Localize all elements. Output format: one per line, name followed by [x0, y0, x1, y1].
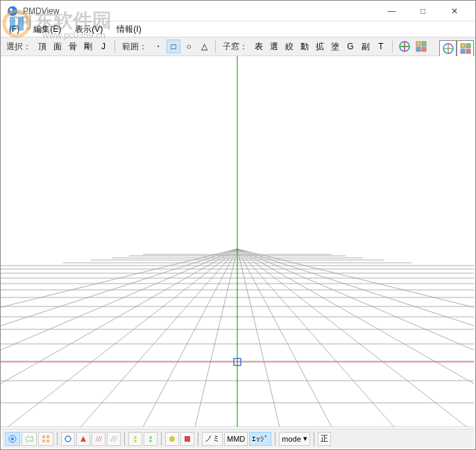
svg-rect-9	[422, 42, 426, 46]
svg-rect-18	[466, 49, 470, 53]
child-narrow-button[interactable]: 絞	[282, 40, 296, 53]
view-quad-icon[interactable]	[457, 40, 474, 57]
status-circle-solid-icon[interactable]	[165, 432, 179, 446]
status-circle-blue-icon[interactable]	[61, 432, 75, 446]
status-lines2-icon[interactable]	[107, 432, 121, 446]
view-controls-quad	[439, 40, 474, 57]
separator	[314, 432, 314, 446]
svg-point-69	[65, 436, 71, 442]
separator	[114, 40, 115, 53]
child-surface-button[interactable]: 表	[252, 40, 266, 53]
svg-line-55	[237, 249, 280, 427]
status-mmd-button[interactable]: MMD	[224, 432, 248, 446]
child-expand-button[interactable]: 拡	[313, 40, 327, 53]
status-mesh-icon[interactable]	[22, 432, 37, 446]
svg-point-78	[134, 440, 137, 442]
minimize-button[interactable]: —	[376, 1, 407, 21]
status-triangle-red-icon[interactable]	[76, 432, 90, 446]
status-target-icon[interactable]	[5, 432, 20, 446]
svg-point-4	[10, 8, 12, 11]
status-bone1-icon[interactable]	[128, 432, 142, 446]
svg-line-47	[1, 249, 237, 427]
svg-rect-67	[42, 440, 45, 442]
child-move-button[interactable]: 動	[298, 40, 312, 53]
window-title: PMDView	[23, 6, 376, 16]
view-gizmo-icon[interactable]	[439, 40, 457, 57]
toolbar: 選択： 頂 面 骨 剛 J 範囲： ・ □ ○ △ 子窓： 表 選 絞 動 拡 …	[1, 37, 475, 56]
svg-line-52	[80, 249, 237, 427]
titlebar: PMDView — □ ✕	[1, 1, 475, 21]
svg-rect-17	[461, 49, 465, 53]
statusbar: ノミ MMD ｴｯｼﾞ mode ▾ 正	[2, 429, 474, 448]
svg-point-81	[169, 436, 175, 442]
svg-line-75	[113, 436, 115, 442]
status-ortho-button[interactable]: 正	[318, 432, 331, 446]
menu-view[interactable]: 表示(V)	[69, 22, 108, 37]
svg-rect-82	[185, 436, 190, 442]
menu-edit[interactable]: 編集(E)	[28, 22, 67, 37]
svg-line-57	[237, 249, 394, 427]
child-t-button[interactable]: T	[374, 40, 388, 53]
viewport-3d[interactable]	[1, 56, 474, 427]
svg-line-60	[237, 249, 474, 427]
select-rigid-button[interactable]: 剛	[81, 40, 95, 53]
range-square-button[interactable]: □	[167, 40, 180, 53]
svg-line-62	[237, 249, 474, 427]
range-triangle-button[interactable]: △	[197, 40, 211, 53]
status-square-solid-icon[interactable]	[180, 432, 194, 446]
child-select-button[interactable]: 選	[267, 40, 281, 53]
grid-floor	[1, 56, 474, 427]
svg-point-77	[134, 436, 137, 439]
svg-line-49	[1, 249, 237, 427]
svg-rect-8	[416, 42, 420, 46]
status-edge-button[interactable]: ｴｯｼﾞ	[249, 432, 271, 446]
select-vertex-button[interactable]: 頂	[35, 40, 49, 53]
menu-info[interactable]: 情報(I)	[111, 22, 146, 37]
svg-point-3	[8, 6, 17, 16]
svg-line-72	[98, 436, 100, 442]
svg-line-48	[1, 249, 237, 427]
child-g-button[interactable]: G	[343, 40, 357, 53]
status-nomi-button[interactable]: ノミ	[202, 432, 223, 446]
menubar: (F) 編集(E) 表示(V) 情報(I)	[1, 21, 475, 37]
status-lines1-icon[interactable]	[92, 432, 105, 446]
svg-line-74	[111, 436, 113, 442]
separator	[198, 432, 198, 446]
svg-line-54	[195, 249, 237, 427]
separator	[161, 432, 162, 446]
child-copy-button[interactable]: 副	[359, 40, 373, 53]
range-dot-button[interactable]: ・	[151, 40, 165, 53]
select-label: 選択：	[3, 41, 34, 53]
app-icon	[6, 5, 19, 17]
gizmo-translate-icon[interactable]	[397, 40, 412, 53]
svg-rect-11	[422, 47, 426, 51]
separator	[124, 432, 125, 446]
svg-rect-10	[416, 47, 420, 51]
svg-line-61	[237, 249, 474, 427]
svg-line-50	[1, 249, 237, 427]
separator	[392, 40, 393, 53]
svg-line-73	[100, 436, 102, 442]
close-button[interactable]: ✕	[439, 1, 470, 21]
svg-rect-66	[46, 435, 49, 438]
child-paint-button[interactable]: 塗	[328, 40, 342, 53]
status-bone2-icon[interactable]	[144, 432, 158, 446]
separator	[215, 40, 216, 53]
svg-line-76	[115, 436, 117, 442]
select-joint-button[interactable]: J	[96, 40, 110, 53]
range-label: 範囲：	[119, 41, 150, 53]
select-bone-button[interactable]: 骨	[66, 40, 80, 53]
svg-rect-68	[46, 440, 49, 442]
select-face-button[interactable]: 面	[51, 40, 65, 53]
separator	[57, 432, 58, 446]
svg-rect-15	[461, 44, 465, 48]
range-circle-button[interactable]: ○	[182, 40, 196, 53]
menu-file[interactable]: (F)	[3, 23, 25, 35]
svg-point-80	[149, 440, 152, 442]
separator	[275, 432, 275, 446]
svg-rect-65	[42, 435, 45, 438]
gizmo-grid-icon[interactable]	[414, 40, 429, 53]
status-mode-button[interactable]: mode ▾	[279, 432, 310, 446]
maximize-button[interactable]: □	[407, 1, 439, 21]
status-grid-icon[interactable]	[38, 432, 53, 446]
